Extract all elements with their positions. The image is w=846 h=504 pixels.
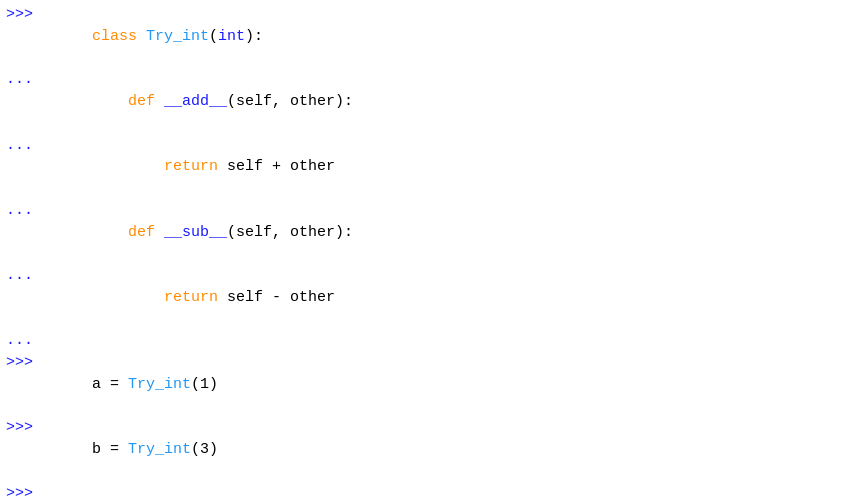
class-name: Try_int [146, 28, 209, 45]
code-line-9: >>> a + b [0, 483, 846, 505]
indent-2 [92, 93, 128, 110]
line-content-8: b = Try_int(3) [38, 417, 840, 482]
prompt-4: ... [6, 200, 38, 222]
code-line-5: ... return self - other [0, 265, 846, 330]
code-line-6: ... [0, 330, 846, 352]
line-content-3: return self + other [38, 135, 840, 200]
keyword-def-1: def [128, 93, 164, 110]
try-int-call-1: Try_int [128, 376, 191, 393]
keyword-return-2: return [164, 289, 227, 306]
args-2: (self, other): [227, 224, 353, 241]
call-1: (1) [191, 376, 218, 393]
call-2: (3) [191, 441, 218, 458]
keyword-return-1: return [164, 158, 227, 175]
line-content-2: def __add__(self, other): [38, 69, 840, 134]
method-sub: __sub__ [164, 224, 227, 241]
prompt-5: ... [6, 265, 38, 287]
code-line-8: >>> b = Try_int(3) [0, 417, 846, 482]
prompt-8: >>> [6, 417, 38, 439]
indent-3 [92, 158, 164, 175]
line-content-9: a + b [38, 483, 840, 505]
indent-4 [92, 224, 128, 241]
code-line-2: ... def __add__(self, other): [0, 69, 846, 134]
indent-5 [92, 289, 164, 306]
prompt-6: ... [6, 330, 38, 352]
code-line-3: ... return self + other [0, 135, 846, 200]
line-content-1: class Try_int(int): [38, 4, 840, 69]
try-int-call-2: Try_int [128, 441, 191, 458]
prompt-1: >>> [6, 4, 38, 26]
code-line-4: ... def __sub__(self, other): [0, 200, 846, 265]
base-class: int [218, 28, 245, 45]
line-content-6 [38, 330, 840, 352]
return-expr-2: self - other [227, 289, 335, 306]
assign-b: b = [92, 441, 128, 458]
assign-a: a = [92, 376, 128, 393]
args-1: (self, other): [227, 93, 353, 110]
keyword-class: class [92, 28, 146, 45]
line-content-7: a = Try_int(1) [38, 352, 840, 417]
return-expr-1: self + other [227, 158, 335, 175]
paren-close: ): [245, 28, 263, 45]
paren-open: ( [209, 28, 218, 45]
keyword-def-2: def [128, 224, 164, 241]
prompt-7: >>> [6, 352, 38, 374]
method-add: __add__ [164, 93, 227, 110]
prompt-9: >>> [6, 483, 38, 505]
code-line-7: >>> a = Try_int(1) [0, 352, 846, 417]
prompt-3: ... [6, 135, 38, 157]
code-line-1: >>> class Try_int(int): [0, 4, 846, 69]
line-content-4: def __sub__(self, other): [38, 200, 840, 265]
line-content-5: return self - other [38, 265, 840, 330]
terminal-window: >>> class Try_int(int): ... def __add__(… [0, 0, 846, 504]
prompt-2: ... [6, 69, 38, 91]
